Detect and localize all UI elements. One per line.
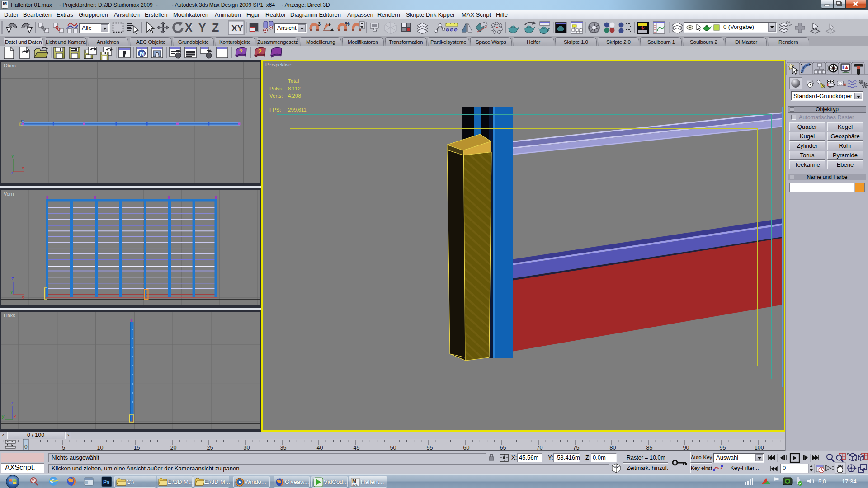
svg-text:z: z [11,276,14,281]
svg-text:Total: Total [288,78,299,84]
svg-text:Y: Y [198,21,206,34]
svg-text:x: x [22,294,24,300]
svg-text:20: 20 [170,445,177,451]
svg-text:X: X [185,21,193,34]
svg-text:XY: XY [231,23,243,33]
svg-text:80: 80 [610,445,616,451]
svg-text:M: M [140,50,145,57]
svg-text:85: 85 [646,445,653,451]
svg-text:5: 5 [62,445,65,451]
svg-text:40: 40 [317,445,323,451]
svg-text:35: 35 [280,445,287,451]
svg-text:50: 50 [390,445,396,451]
svg-text:z: z [11,170,14,175]
svg-text:100: 100 [755,445,764,451]
svg-text:4.208: 4.208 [288,93,301,99]
svg-text:90: 90 [683,445,689,451]
svg-text:3: 3 [318,21,321,27]
svg-text:8.112: 8.112 [288,86,301,91]
svg-text:15: 15 [134,445,140,451]
svg-text:Polys:: Polys: [269,86,283,91]
svg-text:3DS: 3DS [352,483,358,486]
svg-text:45: 45 [354,445,360,451]
svg-text:%: % [345,21,350,27]
svg-text:y: y [10,289,13,294]
svg-text:x: x [14,413,16,419]
svg-text:?: ? [239,48,243,55]
svg-text:60: 60 [463,445,470,451]
svg-text:65: 65 [500,445,506,451]
svg-text:75: 75 [573,445,580,451]
svg-text:10: 10 [97,445,104,451]
svg-text:0: 0 [24,444,28,450]
svg-text:5,0: 5,0 [818,479,826,485]
svg-text:30: 30 [244,445,250,451]
svg-text:Ps: Ps [103,479,110,485]
svg-text:25: 25 [207,445,213,451]
svg-text:y: y [11,153,14,158]
svg-text:95: 95 [720,445,726,451]
svg-text:?: ? [258,48,262,55]
svg-text:70: 70 [537,445,543,451]
svg-text:FPS:: FPS: [269,107,281,113]
svg-text:Verts:: Verts: [269,93,283,99]
svg-text:y: y [2,413,5,419]
svg-text:299,611: 299,611 [288,107,307,113]
svg-text:Z: Z [212,21,219,34]
svg-text:x: x [22,165,24,170]
svg-text:17:34: 17:34 [842,478,857,485]
svg-text:z: z [11,400,14,405]
svg-text:55: 55 [427,445,433,451]
